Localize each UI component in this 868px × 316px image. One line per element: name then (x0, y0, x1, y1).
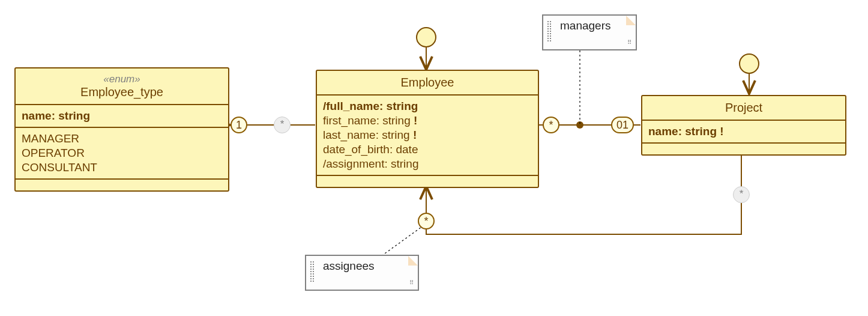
class-employee[interactable]: Employee /full_name: string first_name: … (316, 70, 539, 188)
class-header: «enum» Employee_type (16, 68, 228, 105)
note-fold-icon (626, 16, 636, 25)
multiplicity: 01 (611, 117, 634, 133)
assoc-decorator-icon: * (733, 186, 750, 203)
svg-point-2 (740, 54, 759, 73)
note-grip-icon (547, 20, 552, 42)
note-assignees[interactable]: assignees ⠿ (305, 255, 419, 291)
class-employee-type[interactable]: «enum» Employee_type name: string MANAGE… (14, 67, 229, 192)
class-project[interactable]: Project name: string (641, 95, 846, 156)
class-header: Employee (317, 71, 538, 96)
resize-grip-icon: ⠿ (409, 281, 415, 287)
multiplicity: * (543, 117, 559, 133)
literals-section: MANAGER OPERATOR CONSULTANT (16, 128, 228, 180)
attr: last_name: string (323, 128, 532, 142)
resize-grip-icon: ⠿ (627, 41, 633, 47)
svg-line-8 (378, 227, 421, 258)
enum-literal: MANAGER (22, 132, 222, 146)
note-managers[interactable]: managers ⠿ (542, 14, 637, 50)
class-name: Project (725, 101, 762, 114)
attr: first_name: string (323, 114, 532, 128)
enum-literal: OPERATOR (22, 146, 222, 160)
note-text: assignees (323, 260, 375, 272)
class-name: Employee (401, 76, 454, 89)
pk-attr: name: string (22, 109, 90, 122)
note-fold-icon (408, 256, 418, 266)
multiplicity: 1 (231, 117, 247, 133)
pk-section: name: string (16, 105, 228, 128)
enum-literal: CONSULTANT (22, 160, 222, 175)
stereotype-label: «enum» (19, 73, 225, 85)
svg-point-0 (417, 28, 436, 47)
svg-point-6 (576, 121, 583, 129)
class-header: Project (642, 96, 845, 121)
class-name: Employee_type (19, 85, 225, 99)
pk-attr: /full_name: string (323, 99, 532, 114)
pk-attr: name: string (648, 125, 724, 138)
assoc-decorator-icon: * (274, 117, 291, 133)
note-text: managers (560, 19, 611, 32)
attr: date_of_birth: date (323, 142, 532, 157)
note-grip-icon (310, 261, 315, 282)
body-section: /full_name: string first_name: string la… (317, 96, 538, 176)
body-section: name: string (642, 121, 845, 144)
attr: /assignment: string (323, 157, 532, 171)
multiplicity: * (418, 213, 435, 229)
